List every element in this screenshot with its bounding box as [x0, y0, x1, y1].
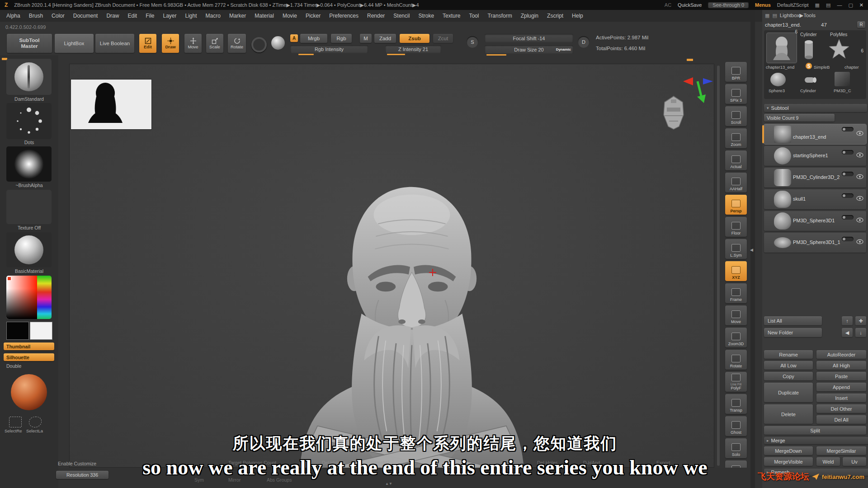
subtool-slider-pill[interactable] — [842, 237, 854, 241]
tool-thumb-star[interactable] — [828, 38, 850, 60]
all-high-button[interactable]: All High — [816, 361, 866, 370]
document-thumbnail[interactable] — [71, 80, 151, 129]
menu-document[interactable]: Document — [73, 13, 98, 19]
draw-button[interactable]: Draw — [162, 34, 179, 53]
zoom-button[interactable]: Zoom — [725, 128, 747, 148]
menu-help[interactable]: Help — [572, 13, 583, 19]
current-alpha-tile[interactable] — [6, 146, 52, 182]
floor-button[interactable]: Floor — [725, 217, 747, 237]
inv-name-cylinder[interactable]: Cylinder — [800, 32, 817, 37]
subtool-add-button[interactable]: ✚ — [855, 316, 866, 325]
lightbox-grid-icon[interactable]: ▦ — [765, 13, 769, 19]
eye-icon[interactable] — [856, 196, 863, 201]
minimize-button[interactable]: — — [837, 2, 842, 8]
frame-button[interactable]: Frame — [725, 283, 747, 303]
edit-button[interactable]: Edit — [139, 34, 156, 53]
thumbnail-button[interactable]: Thumbnail — [4, 343, 54, 350]
all-low-button[interactable]: All Low — [764, 361, 813, 370]
tool-thumb-pm3dc[interactable] — [835, 72, 850, 86]
rgb-button[interactable]: Rgb — [331, 34, 352, 43]
copy-button[interactable]: Copy — [764, 372, 813, 380]
eye-icon[interactable] — [856, 131, 863, 136]
subtool-slider-pill[interactable] — [842, 193, 854, 198]
zadd-button[interactable]: Zadd — [374, 34, 396, 43]
menu-zscript[interactable]: Zscript — [547, 13, 563, 19]
subtool-row[interactable]: PM3D_Sphere3D1 — [764, 211, 866, 231]
preview-material-sphere[interactable] — [11, 374, 47, 410]
spix-button[interactable]: SPix 3 — [725, 84, 747, 104]
list-icon[interactable]: ▤ — [826, 2, 830, 8]
menu-texture[interactable]: Texture — [443, 13, 460, 19]
lightbox-button[interactable]: LightBox — [55, 34, 94, 53]
document-canvas[interactable] — [69, 64, 714, 468]
aahalf-button[interactable]: AAHalf — [725, 173, 747, 192]
menu-marker[interactable]: Marker — [229, 13, 246, 19]
polyf-button[interactable]: Line Fill PolyF — [725, 372, 747, 392]
lightbox-tools-label[interactable]: Lightbox▶Tools — [780, 12, 816, 19]
panel-collapse-icon[interactable]: ◀ — [750, 248, 753, 252]
eye-icon[interactable] — [856, 217, 863, 223]
menu-picker[interactable]: Picker — [306, 13, 321, 19]
current-texture-tile[interactable] — [6, 190, 52, 224]
subtool-master-button[interactable]: SubTool Master — [7, 34, 52, 53]
menu-draw[interactable]: Draw — [106, 13, 119, 19]
picker-ring-icon[interactable] — [251, 37, 267, 52]
new-folder-button[interactable]: New Folder — [764, 328, 822, 337]
move-button[interactable]: Move — [184, 34, 202, 53]
insert-button[interactable]: Insert — [816, 394, 866, 402]
menus-toggle[interactable]: Menus — [755, 2, 771, 8]
quicksave-button[interactable]: QuickSave — [678, 2, 702, 8]
menu-light[interactable]: Light — [185, 13, 197, 19]
subtool-slider-pill[interactable] — [842, 172, 854, 176]
persp-button[interactable]: Persp — [725, 195, 747, 215]
silhouette-button[interactable]: Silhouette — [4, 353, 54, 361]
menu-material[interactable]: Material — [255, 13, 274, 19]
delete-button[interactable]: Delete — [764, 404, 813, 424]
tool-thumb-cylinder[interactable] — [802, 39, 816, 60]
menu-tool[interactable]: Tool — [469, 13, 479, 19]
focal-shift-slider[interactable]: Focal Shift -14 — [485, 34, 573, 42]
menu-preferences[interactable]: Preferences — [329, 13, 359, 19]
move3d-button[interactable]: Move — [725, 305, 747, 325]
double-label[interactable]: Double — [6, 363, 21, 369]
menu-alpha[interactable]: Alpha — [6, 13, 20, 19]
zsub-button[interactable]: Zsub — [400, 34, 429, 43]
subtool-row[interactable]: skull1 — [764, 189, 866, 209]
scale-button[interactable]: Scale — [206, 34, 223, 53]
inv-name-polymesh[interactable]: PolyMes — [830, 32, 847, 37]
color-picker[interactable] — [6, 276, 52, 319]
subtool-slider-pill[interactable] — [842, 215, 854, 220]
current-stroke-tile[interactable] — [6, 103, 52, 139]
tool-thumb-cylinder2[interactable] — [803, 73, 816, 86]
list-all-button[interactable]: List All — [764, 316, 822, 325]
tool-thumb-current[interactable]: 6 — [767, 33, 797, 63]
subtool-row[interactable]: PM3D_Cylinder3D_2 — [764, 168, 866, 188]
subtool-row[interactable]: PM3D_Sphere3D1_1 — [764, 233, 866, 253]
subtool-down-button[interactable]: ↓ — [855, 328, 866, 337]
live-boolean-button[interactable]: Live Boolean — [95, 34, 134, 53]
rotate3d-button[interactable]: Rotate — [725, 350, 747, 370]
default-zscript-button[interactable]: DefaultZScript — [777, 2, 809, 8]
tool-thumb-sphere3[interactable] — [770, 73, 786, 86]
m-button[interactable]: M — [360, 34, 372, 43]
subtool-section-header[interactable]: ▾ Subtool — [764, 104, 867, 112]
subtool-up-button[interactable]: ↑ — [842, 316, 853, 325]
quick-sphere-icon[interactable] — [271, 36, 285, 50]
subtool-slider-pill[interactable] — [842, 127, 854, 131]
lsym-button[interactable]: L.Sym — [725, 239, 747, 259]
menu-render[interactable]: Render — [367, 13, 385, 19]
transp-button[interactable]: Transp — [725, 394, 747, 414]
menu-zplugin[interactable]: Zplugin — [521, 13, 538, 19]
main-color-swatch[interactable] — [6, 322, 29, 340]
scroll-button[interactable]: Scroll — [725, 106, 747, 126]
append-button[interactable]: Append — [816, 383, 866, 391]
current-material-tile[interactable] — [6, 232, 52, 267]
mrgb-button[interactable]: Mrgb — [300, 34, 327, 43]
visible-count-slider[interactable]: Visible Count 9 — [764, 114, 835, 122]
saturation-square[interactable] — [6, 276, 37, 319]
zcut-button[interactable]: Zcut — [433, 34, 453, 43]
lazy-mouse-icon[interactable]: D — [578, 36, 590, 48]
subtool-slider-pill[interactable] — [842, 150, 854, 155]
menu-movie[interactable]: Movie — [283, 13, 297, 19]
menu-brush[interactable]: Brush — [29, 13, 43, 19]
